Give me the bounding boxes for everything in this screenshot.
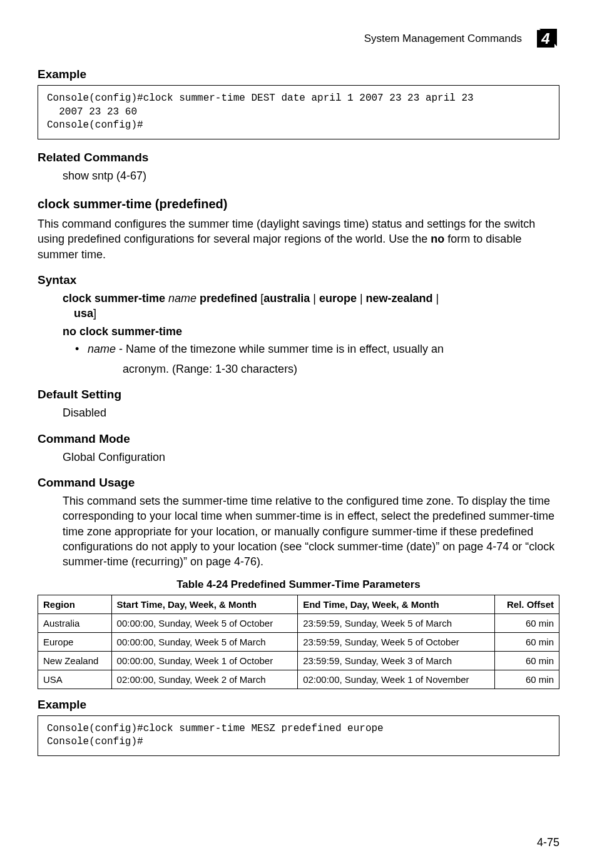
default-setting-text: Disabled <box>63 405 559 420</box>
command-mode-heading: Command Mode <box>38 432 559 446</box>
td-region: Europe <box>38 632 112 651</box>
page-container: System Management Commands 4 Example Con… <box>0 0 597 868</box>
default-setting-heading: Default Setting <box>38 388 559 401</box>
td-region: USA <box>38 670 112 689</box>
table-header-row: Region Start Time, Day, Week, & Month En… <box>38 595 559 613</box>
page-header: System Management Commands 4 <box>38 25 559 53</box>
td-end: 23:59:59, Sunday, Week 5 of March <box>298 613 495 632</box>
summer-time-table: Region Start Time, Day, Week, & Month En… <box>38 595 559 689</box>
page-number: 4-75 <box>537 836 559 849</box>
command-mode-text: Global Configuration <box>63 450 559 465</box>
syntax-pipe3: | <box>433 292 439 305</box>
th-region: Region <box>38 595 112 613</box>
syntax-pipe2: | <box>357 292 366 305</box>
table-row: New Zealand 00:00:00, Sunday, Week 1 of … <box>38 651 559 670</box>
example2-heading: Example <box>38 698 559 712</box>
bullet-name: name <box>88 343 116 355</box>
td-offset: 60 min <box>495 632 559 651</box>
table-row: Europe 00:00:00, Sunday, Week 5 of March… <box>38 632 559 651</box>
command-description: This command configures the summer time … <box>38 216 559 262</box>
syntax-newzealand: new-zealand <box>366 292 433 305</box>
bullet-text-b: acronym. (Range: 1-30 characters) <box>75 361 559 376</box>
syntax-predefined: predefined <box>196 292 260 305</box>
th-end: End Time, Day, Week, & Month <box>298 595 495 613</box>
syntax-line2: no clock summer-time <box>63 324 559 339</box>
td-start: 00:00:00, Sunday, Week 1 of October <box>111 651 298 670</box>
related-commands-heading: Related Commands <box>38 151 559 164</box>
td-end: 23:59:59, Sunday, Week 3 of March <box>298 651 495 670</box>
syntax-bracket-close: ] <box>93 307 96 320</box>
syntax-usa: usa <box>74 307 93 320</box>
syntax-bullet: •name - Name of the timezone while summe… <box>75 341 559 356</box>
syntax-line1: clock summer-time name predefined [austr… <box>63 291 559 321</box>
bullet-text-a: - Name of the timezone while summer time… <box>116 343 444 355</box>
table-caption: Table 4-24 Predefined Summer-Time Parame… <box>38 578 559 591</box>
td-offset: 60 min <box>495 670 559 689</box>
syntax-heading: Syntax <box>38 273 559 287</box>
syntax-australia: australia <box>263 292 310 305</box>
td-region: Australia <box>38 613 112 632</box>
td-end: 02:00:00, Sunday, Week 1 of November <box>298 670 495 689</box>
td-start: 00:00:00, Sunday, Week 5 of October <box>111 613 298 632</box>
syntax-pipe1: | <box>310 292 319 305</box>
td-offset: 60 min <box>495 613 559 632</box>
chapter-icon: 4 <box>532 25 559 53</box>
td-region: New Zealand <box>38 651 112 670</box>
example1-heading: Example <box>38 68 559 81</box>
command-usage-heading: Command Usage <box>38 476 559 490</box>
syntax-europe: europe <box>319 292 357 305</box>
command-usage-text: This command sets the summer-time time r… <box>63 493 559 569</box>
example2-code: Console(config)#clock summer-time MESZ p… <box>38 715 559 756</box>
table-row: Australia 00:00:00, Sunday, Week 5 of Oc… <box>38 613 559 632</box>
table-row: USA 02:00:00, Sunday, Week 2 of March 02… <box>38 670 559 689</box>
syntax-cmd: clock summer-time <box>63 292 168 305</box>
td-start: 02:00:00, Sunday, Week 2 of March <box>111 670 298 689</box>
td-end: 23:59:59, Sunday, Week 5 of October <box>298 632 495 651</box>
command-desc-no: no <box>431 233 444 245</box>
header-title: System Management Commands <box>364 33 522 45</box>
command-heading: clock summer-time (predefined) <box>38 197 559 211</box>
th-offset: Rel. Offset <box>495 595 559 613</box>
example1-code: Console(config)#clock summer-time DEST d… <box>38 85 559 139</box>
related-commands-text: show sntp (4-67) <box>63 168 559 183</box>
syntax-name-var: name <box>168 292 196 305</box>
bullet-icon: • <box>75 341 88 356</box>
th-start: Start Time, Day, Week, & Month <box>111 595 298 613</box>
td-start: 00:00:00, Sunday, Week 5 of March <box>111 632 298 651</box>
chapter-number: 4 <box>541 30 549 47</box>
td-offset: 60 min <box>495 651 559 670</box>
